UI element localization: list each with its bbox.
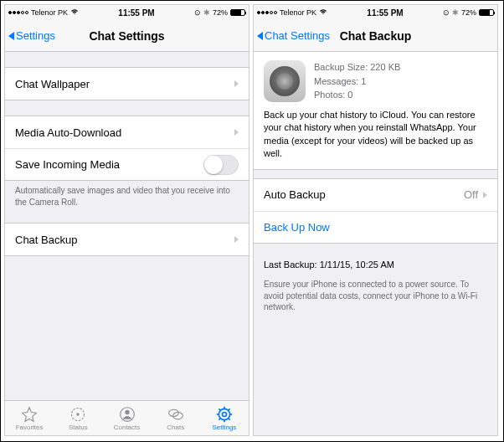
screen-chat-settings: Telenor PK 11:55 PM ⊙ ✱ 72% Settings Cha… bbox=[4, 4, 249, 436]
tab-bar: Favorites Status Contacts Chats Settings bbox=[5, 400, 249, 435]
svg-point-3 bbox=[125, 409, 129, 414]
chevron-right-icon bbox=[234, 80, 239, 87]
last-backup-label: Last Backup: 1/11/15, 10:25 AM bbox=[254, 254, 497, 275]
row-label: Chat Wallpaper bbox=[15, 78, 90, 90]
row-auto-backup[interactable]: Auto Backup Off bbox=[254, 179, 497, 211]
chevron-left-icon bbox=[257, 32, 263, 40]
battery-percent-label: 72% bbox=[213, 8, 228, 17]
tab-label: Favorites bbox=[16, 424, 44, 431]
signal-strength-icon bbox=[8, 11, 28, 14]
row-save-incoming-media: Save Incoming Media bbox=[5, 148, 249, 180]
backup-ensure-text: Ensure your iPhone is connected to a pow… bbox=[254, 274, 497, 316]
svg-line-14 bbox=[219, 419, 220, 420]
backup-messages-label: Messages: 1 bbox=[314, 75, 400, 89]
nav-bar: Chat Settings Chat Backup bbox=[254, 20, 497, 52]
row-label: Auto Backup bbox=[264, 188, 326, 201]
backup-info-card: Backup Size: 220 KB Messages: 1 Photos: … bbox=[254, 52, 497, 170]
svg-point-1 bbox=[77, 413, 80, 415]
tab-label: Settings bbox=[212, 424, 236, 431]
status-bar: Telenor PK 11:55 PM ⊙ ✱ 72% bbox=[5, 5, 249, 20]
back-label: Chat Settings bbox=[265, 29, 330, 42]
svg-line-13 bbox=[229, 419, 230, 420]
save-incoming-footer: Automatically save images and video that… bbox=[5, 181, 249, 208]
back-label: Settings bbox=[16, 29, 55, 42]
tab-chats[interactable]: Chats bbox=[152, 401, 200, 435]
tab-label: Chats bbox=[167, 424, 184, 431]
backup-description: Back up your chat history to iCloud. You… bbox=[264, 109, 487, 161]
chats-icon bbox=[167, 406, 185, 423]
bluetooth-icon: ✱ bbox=[452, 8, 459, 17]
carrier-label: Telenor PK bbox=[280, 8, 316, 17]
screen-chat-backup: Telenor PK 11:55 PM ⊙ ✱ 72% Chat Setting… bbox=[253, 4, 498, 436]
page-title: Chat Backup bbox=[340, 29, 412, 43]
gear-icon bbox=[215, 406, 234, 423]
svg-line-12 bbox=[219, 409, 220, 410]
signal-strength-icon bbox=[257, 11, 277, 14]
tab-label: Contacts bbox=[114, 424, 141, 431]
save-incoming-toggle[interactable] bbox=[203, 155, 239, 175]
tab-settings[interactable]: Settings bbox=[200, 401, 249, 435]
nav-bar: Settings Chat Settings bbox=[5, 20, 249, 52]
tab-favorites[interactable]: Favorites bbox=[5, 401, 54, 435]
row-back-up-now[interactable]: Back Up Now bbox=[254, 211, 497, 243]
chevron-right-icon bbox=[483, 192, 487, 198]
row-label: Chat Backup bbox=[15, 234, 77, 246]
svg-point-5 bbox=[172, 412, 183, 419]
star-icon bbox=[20, 406, 39, 423]
battery-icon bbox=[230, 9, 245, 16]
row-label: Back Up Now bbox=[264, 221, 330, 234]
battery-icon bbox=[479, 9, 494, 16]
wifi-icon bbox=[319, 8, 327, 17]
row-label: Save Incoming Media bbox=[15, 158, 120, 171]
svg-point-7 bbox=[222, 412, 226, 416]
page-title: Chat Settings bbox=[89, 29, 164, 43]
chevron-left-icon bbox=[8, 32, 14, 40]
settings-gear-icon bbox=[264, 60, 306, 102]
clock-label: 11:55 PM bbox=[118, 8, 154, 18]
tab-label: Status bbox=[69, 424, 88, 431]
chevron-right-icon bbox=[234, 236, 239, 243]
auto-backup-value: Off bbox=[464, 188, 478, 201]
clock-label: 11:55 PM bbox=[367, 8, 403, 18]
row-chat-wallpaper[interactable]: Chat Wallpaper bbox=[5, 68, 249, 100]
alarm-icon: ⊙ bbox=[443, 8, 450, 17]
status-icon bbox=[69, 406, 87, 423]
contact-icon bbox=[118, 406, 136, 423]
back-button[interactable]: Chat Settings bbox=[257, 29, 330, 42]
tab-status[interactable]: Status bbox=[54, 401, 102, 435]
row-chat-backup[interactable]: Chat Backup bbox=[5, 224, 249, 255]
svg-point-4 bbox=[168, 409, 178, 416]
row-label: Media Auto-Download bbox=[15, 126, 121, 139]
alarm-icon: ⊙ bbox=[194, 8, 201, 17]
tab-contacts[interactable]: Contacts bbox=[102, 401, 151, 435]
backup-size-label: Backup Size: 220 KB bbox=[314, 60, 400, 75]
status-bar: Telenor PK 11:55 PM ⊙ ✱ 72% bbox=[254, 5, 497, 20]
wifi-icon bbox=[70, 8, 79, 17]
battery-percent-label: 72% bbox=[461, 8, 476, 17]
row-media-auto-download[interactable]: Media Auto-Download bbox=[5, 116, 249, 148]
toggle-knob bbox=[204, 156, 223, 174]
chevron-right-icon bbox=[234, 129, 239, 136]
back-button[interactable]: Settings bbox=[8, 29, 55, 42]
svg-point-6 bbox=[219, 409, 229, 419]
carrier-label: Telenor PK bbox=[31, 8, 68, 17]
backup-photos-label: Photos: 0 bbox=[314, 88, 400, 102]
bluetooth-icon: ✱ bbox=[203, 8, 210, 17]
svg-line-15 bbox=[229, 409, 230, 410]
